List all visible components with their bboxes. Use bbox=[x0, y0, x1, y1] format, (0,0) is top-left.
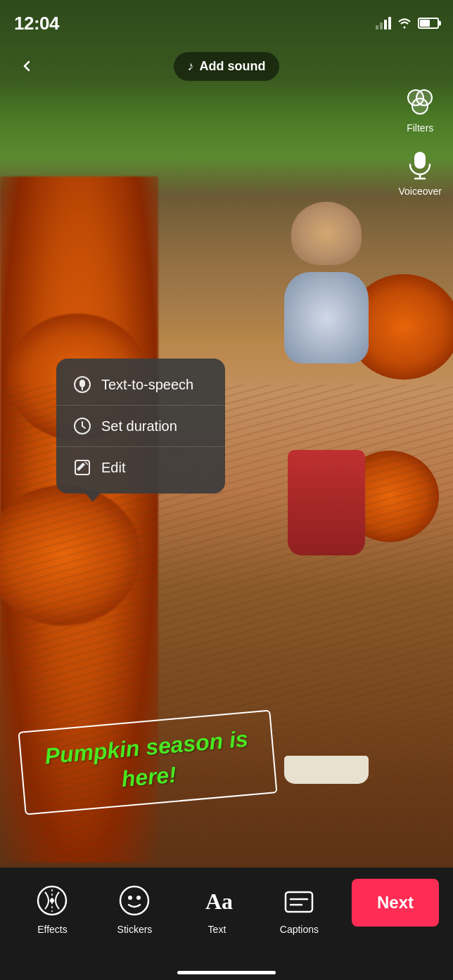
child-figure bbox=[270, 245, 383, 785]
battery-fill bbox=[420, 20, 430, 27]
signal-bars bbox=[376, 17, 391, 30]
text-icon: Aa bbox=[198, 882, 236, 920]
stickers-icon bbox=[115, 882, 153, 920]
next-button[interactable]: Next bbox=[352, 879, 439, 927]
top-toolbar: ♪ Add sound bbox=[0, 38, 453, 94]
voiceover-label: Voiceover bbox=[399, 186, 442, 197]
battery-icon bbox=[418, 18, 439, 29]
text-overlay-content: Pumpkin season is here! bbox=[34, 723, 261, 801]
text-label: Text bbox=[208, 924, 226, 935]
bottom-toolbar: Effects Stickers Aa Text bbox=[0, 868, 453, 980]
next-label: Next bbox=[377, 893, 414, 912]
tts-icon bbox=[73, 375, 91, 394]
text-tool[interactable]: Aa Text bbox=[189, 882, 245, 935]
svg-point-15 bbox=[128, 896, 132, 900]
svg-rect-3 bbox=[414, 152, 426, 169]
back-button[interactable] bbox=[11, 51, 42, 82]
svg-rect-18 bbox=[286, 892, 312, 912]
menu-item-text-to-speech[interactable]: Text-to-speech bbox=[56, 364, 225, 406]
effects-icon bbox=[33, 882, 71, 920]
status-icons bbox=[376, 17, 439, 30]
svg-text:Aa: Aa bbox=[205, 889, 233, 914]
effects-tool[interactable]: Effects bbox=[24, 882, 80, 935]
svg-point-14 bbox=[120, 886, 148, 915]
home-indicator bbox=[177, 971, 276, 974]
captions-tool[interactable]: Captions bbox=[271, 882, 327, 935]
stickers-label: Stickers bbox=[117, 924, 153, 935]
svg-point-2 bbox=[412, 98, 428, 114]
signal-bar-2 bbox=[380, 22, 383, 30]
clock-icon bbox=[73, 417, 91, 435]
filters-label: Filters bbox=[407, 122, 433, 134]
svg-point-16 bbox=[136, 896, 141, 900]
captions-label: Captions bbox=[280, 924, 319, 935]
set-duration-label: Set duration bbox=[101, 418, 177, 434]
svg-point-13 bbox=[50, 898, 54, 903]
stickers-tool[interactable]: Stickers bbox=[106, 882, 162, 935]
voiceover-icon bbox=[402, 148, 438, 183]
bottom-tools-group: Effects Stickers Aa Text bbox=[0, 882, 352, 935]
svg-line-10 bbox=[82, 426, 85, 428]
signal-bar-1 bbox=[376, 25, 378, 30]
effects-label: Effects bbox=[37, 924, 68, 935]
captions-icon bbox=[280, 882, 318, 920]
status-bar: 12:04 bbox=[0, 0, 453, 38]
music-icon: ♪ bbox=[188, 59, 194, 74]
signal-bar-4 bbox=[388, 17, 391, 30]
right-toolbar: Filters Voiceover bbox=[399, 84, 442, 197]
menu-item-edit[interactable]: Edit bbox=[56, 447, 225, 488]
wifi-icon bbox=[397, 18, 412, 29]
tts-label: Text-to-speech bbox=[101, 377, 193, 393]
filters-icon bbox=[402, 84, 438, 120]
add-sound-button[interactable]: ♪ Add sound bbox=[174, 52, 280, 81]
add-sound-label: Add sound bbox=[200, 59, 266, 74]
filters-tool[interactable]: Filters bbox=[402, 84, 438, 134]
context-menu: Text-to-speech Set duration Edit bbox=[56, 359, 225, 494]
voiceover-tool[interactable]: Voiceover bbox=[399, 148, 442, 197]
edit-icon bbox=[73, 458, 91, 477]
signal-bar-3 bbox=[384, 20, 387, 30]
edit-label: Edit bbox=[101, 460, 125, 476]
menu-item-set-duration[interactable]: Set duration bbox=[56, 406, 225, 447]
status-time: 12:04 bbox=[14, 13, 59, 34]
